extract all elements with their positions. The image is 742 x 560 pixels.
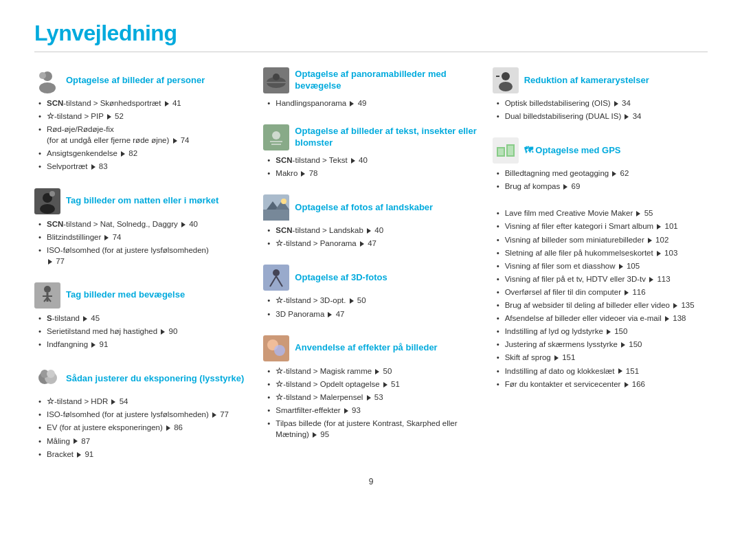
svg-rect-45 bbox=[508, 146, 513, 155]
svg-point-29 bbox=[281, 199, 286, 204]
section-text-header: Optagelse af billeder af tekst, insekter… bbox=[263, 124, 478, 150]
section-gps-title: 🗺 Optagelse med GPS bbox=[524, 145, 621, 157]
section-text-title: Optagelse af billeder af tekst, insekter… bbox=[295, 126, 478, 149]
list-item: ☆-tilstand > Magisk ramme 50 bbox=[266, 366, 478, 377]
list-item: Billedtagning med geotagging 62 bbox=[495, 168, 708, 179]
section-misc: Lave film med Creative Movie Maker 55 Vi… bbox=[493, 208, 708, 391]
exposure-icon bbox=[34, 366, 60, 392]
list-item: Visning af filer som et diasshow 105 bbox=[495, 260, 708, 271]
svg-point-6 bbox=[49, 191, 55, 197]
section-persons: Optagelse af billeder af personer SCN-ti… bbox=[34, 67, 249, 175]
section-night-header: Tag billeder om natten eller i mørket bbox=[34, 188, 249, 214]
list-item: Indfangning 91 bbox=[37, 339, 249, 350]
section-persons-header: Optagelse af billeder af personer bbox=[34, 67, 249, 93]
column-2: Optagelse af panoramabilleder med bevæge… bbox=[263, 67, 478, 443]
list-item: ISO-følsomhed (for at justere lysfølsomh… bbox=[37, 245, 249, 267]
list-item: S-tilstand 45 bbox=[37, 313, 249, 324]
svg-point-36 bbox=[274, 345, 285, 356]
section-exposure-title: Sådan justerer du eksponering (lysstyrke… bbox=[66, 373, 244, 385]
list-item: Visning af billeder som miniaturebillede… bbox=[495, 234, 708, 245]
svg-point-1 bbox=[39, 82, 56, 93]
list-item: Optisk billedstabilisering (OIS) 34 bbox=[495, 98, 708, 109]
list-item: ☆-tilstand > HDR 54 bbox=[37, 396, 249, 407]
list-item: Serietilstand med høj hastighed 90 bbox=[37, 326, 249, 337]
section-exposure-list: ☆-tilstand > HDR 54 ISO-følsomhed (for a… bbox=[34, 396, 249, 459]
list-item: Makro 78 bbox=[266, 168, 478, 179]
section-stabilization: Reduktion af kamerarystelser Optisk bill… bbox=[493, 67, 708, 124]
svg-rect-41 bbox=[493, 137, 519, 164]
list-item: Tilpas billede (for at justere Kontrast,… bbox=[266, 418, 478, 440]
night-icon bbox=[34, 188, 60, 214]
section-movement: Tag billeder med bevægelse S-tilstand 45… bbox=[34, 282, 249, 352]
section-night-title: Tag billeder om natten eller i mørket bbox=[66, 195, 218, 207]
list-item: Rød-øje/Rødøje-fix(for at undgå eller fj… bbox=[37, 124, 249, 146]
list-item: Overførsel af filer til din computer 116 bbox=[495, 287, 708, 298]
list-item: ☆-tilstand > Opdelt optagelse 51 bbox=[266, 379, 478, 390]
section-exposure: Sådan justerer du eksponering (lysstyrke… bbox=[34, 366, 249, 461]
section-panorama-list: Handlingspanorama 49 bbox=[263, 98, 478, 109]
section-exposure-header: Sådan justerer du eksponering (lysstyrke… bbox=[34, 366, 249, 392]
page-number: 9 bbox=[34, 477, 708, 486]
section-effects-title: Anvendelse af effekter på billeder bbox=[295, 342, 437, 354]
list-item: Visning af filer efter kategori i Smart … bbox=[495, 221, 708, 232]
column-3: Reduktion af kamerarystelser Optisk bill… bbox=[493, 67, 708, 393]
list-item: Indstilling af dato og klokkeslæt 151 bbox=[495, 366, 708, 377]
section-panorama-title: Optagelse af panoramabilleder med bevæge… bbox=[295, 69, 478, 92]
3d-icon bbox=[263, 265, 289, 291]
section-text: Optagelse af billeder af tekst, insekter… bbox=[263, 124, 478, 181]
svg-point-2 bbox=[39, 72, 46, 79]
list-item: Indstilling af lyd og lydstyrke 150 bbox=[495, 326, 708, 337]
list-item: Bracket 91 bbox=[37, 449, 249, 460]
list-item: Handlingspanorama 49 bbox=[266, 98, 478, 109]
main-columns: Optagelse af billeder af personer SCN-ti… bbox=[34, 67, 708, 463]
section-landscape-header: Optagelse af fotos af landskaber bbox=[263, 194, 478, 221]
section-persons-title: Optagelse af billeder af personer bbox=[66, 75, 205, 87]
section-misc-list: Lave film med Creative Movie Maker 55 Vi… bbox=[493, 208, 708, 389]
svg-rect-44 bbox=[498, 148, 504, 155]
svg-point-5 bbox=[40, 204, 55, 214]
svg-point-8 bbox=[44, 286, 51, 293]
section-effects-list: ☆-tilstand > Magisk ramme 50 ☆-tilstand … bbox=[263, 366, 478, 440]
list-item: ☆-tilstand > Panorama 47 bbox=[266, 238, 478, 249]
gps-icon bbox=[493, 137, 519, 164]
svg-rect-30 bbox=[263, 265, 289, 291]
section-effects: Anvendelse af effekter på billeder ☆-til… bbox=[263, 335, 478, 443]
svg-rect-23 bbox=[270, 141, 282, 142]
person-icon bbox=[34, 67, 60, 93]
list-item: ☆-tilstand > Malerpensel 53 bbox=[266, 392, 478, 403]
text-icon bbox=[263, 124, 289, 150]
svg-point-38 bbox=[502, 72, 510, 80]
section-3d: Optagelse af 3D-fotos ☆-tilstand > 3D-op… bbox=[263, 265, 478, 321]
section-landscape: Optagelse af fotos af landskaber SCN-til… bbox=[263, 194, 478, 251]
list-item: ☆-tilstand > PIP 52 bbox=[37, 111, 249, 122]
stabilization-icon bbox=[493, 67, 519, 93]
section-stabilization-header: Reduktion af kamerarystelser bbox=[493, 67, 708, 93]
section-movement-list: S-tilstand 45 Serietilstand med høj hast… bbox=[34, 313, 249, 350]
list-item: SCN-tilstand > Tekst 40 bbox=[266, 155, 478, 166]
page-title: Lynvejledning bbox=[34, 21, 708, 46]
section-persons-list: SCN-tilstand > Skønhedsportræt 41 ☆-tils… bbox=[34, 98, 249, 172]
svg-point-22 bbox=[272, 131, 280, 139]
section-landscape-title: Optagelse af fotos af landskaber bbox=[295, 202, 433, 214]
list-item: Brug af kompas 69 bbox=[495, 181, 708, 192]
list-item: Brug af websider til deling af billeder … bbox=[495, 300, 708, 311]
section-stabilization-title: Reduktion af kamerarystelser bbox=[524, 75, 649, 87]
list-item: Før du kontakter et servicecenter 166 bbox=[495, 379, 708, 390]
list-item: Skift af sprog 151 bbox=[495, 352, 708, 363]
section-3d-header: Optagelse af 3D-fotos bbox=[263, 265, 478, 291]
section-stabilization-list: Optisk billedstabilisering (OIS) 34 Dual… bbox=[493, 98, 708, 122]
section-3d-title: Optagelse af 3D-fotos bbox=[295, 272, 387, 284]
list-item: Måling 87 bbox=[37, 436, 249, 447]
list-item: Justering af skærmens lysstyrke 150 bbox=[495, 339, 708, 350]
list-item: Lave film med Creative Movie Maker 55 bbox=[495, 208, 708, 219]
section-panorama-header: Optagelse af panoramabilleder med bevæge… bbox=[263, 67, 478, 93]
section-text-list: SCN-tilstand > Tekst 40 Makro 78 bbox=[263, 155, 478, 179]
movement-icon bbox=[34, 282, 60, 309]
section-movement-title: Tag billeder med bevægelse bbox=[66, 289, 185, 301]
svg-rect-24 bbox=[271, 144, 281, 145]
svg-point-39 bbox=[499, 82, 513, 91]
list-item: ☆-tilstand > 3D-opt. 50 bbox=[266, 295, 478, 306]
section-movement-header: Tag billeder med bevægelse bbox=[34, 282, 249, 309]
section-gps: 🗺 Optagelse med GPS Billedtagning med ge… bbox=[493, 137, 708, 194]
svg-point-16 bbox=[47, 370, 55, 378]
